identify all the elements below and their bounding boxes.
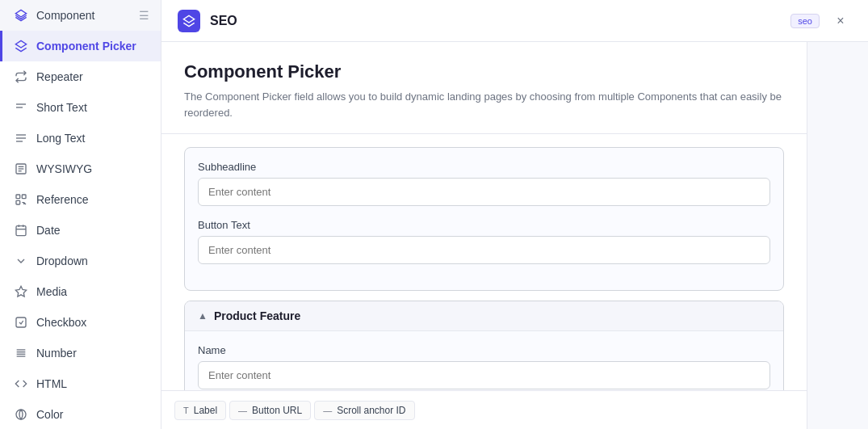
sidebar-action-icon: ☰	[139, 9, 149, 22]
field-group-name: Name	[198, 344, 770, 389]
svg-rect-19	[16, 318, 26, 327]
svg-marker-18	[15, 286, 26, 297]
sidebar-item-label: Long Text	[36, 132, 85, 145]
link-icon: —	[238, 406, 247, 415]
long-text-icon	[14, 131, 28, 145]
checkbox-icon	[14, 315, 28, 330]
sidebar-item-label: Date	[36, 224, 61, 237]
field-label-name: Name	[198, 344, 770, 356]
sidebar-item-label: Component Picker	[36, 40, 136, 53]
sidebar-item-date[interactable]: Date	[0, 215, 161, 246]
media-icon	[14, 284, 28, 299]
left-panel: Component Picker The Component Picker fi…	[161, 42, 807, 429]
sidebar-item-label: Dropdown	[36, 254, 88, 267]
layers-icon	[14, 8, 28, 23]
svg-rect-12	[22, 195, 26, 199]
bottom-tag-label[interactable]: T Label	[174, 401, 226, 420]
sidebar-item-label: WYSIWYG	[36, 162, 92, 175]
field-label-button-text: Button Text	[198, 219, 770, 231]
svg-rect-11	[16, 195, 20, 199]
sidebar-item-reference[interactable]: Reference	[0, 184, 161, 215]
component-card-subheadline: Subheadline Button Text	[184, 147, 784, 291]
sidebar-item-short-text[interactable]: Short Text	[0, 92, 161, 123]
date-icon	[14, 223, 28, 238]
bottom-tag-label-text: Label	[194, 405, 217, 416]
sidebar-item-label: Short Text	[36, 101, 87, 114]
right-panel	[807, 42, 868, 429]
sidebar-item-label: Repeater	[36, 70, 83, 83]
reference-icon	[14, 192, 28, 207]
svg-rect-13	[16, 200, 20, 204]
sidebar-item-dropdown[interactable]: Dropdown	[0, 246, 161, 276]
text-icon: T	[183, 406, 189, 415]
component-card-subheadline-body: Subheadline Button Text	[185, 148, 783, 290]
field-label-subheadline: Subheadline	[198, 161, 770, 173]
field-input-name[interactable]	[198, 361, 770, 389]
panel-body: Subheadline Button Text ▲ Product Featur…	[161, 134, 807, 390]
svg-marker-1	[15, 40, 26, 48]
sidebar-item-media[interactable]: Media	[0, 276, 161, 307]
repeat-icon	[14, 69, 28, 84]
component-card-title: Product Feature	[214, 309, 300, 322]
main-area: SEO seo × Component Picker The Component…	[161, 0, 868, 429]
panel-description: The Component Picker field allows you to…	[184, 89, 784, 120]
number-icon	[14, 346, 28, 360]
sidebar-item-number[interactable]: Number	[0, 338, 161, 368]
bottom-tag-scroll-anchor[interactable]: — Scroll anchor ID	[314, 401, 414, 420]
field-input-button-text[interactable]	[198, 236, 770, 264]
sidebar-item-label: Color	[36, 408, 63, 421]
sidebar-item-label: Component	[36, 9, 94, 22]
topbar-badge: seo	[790, 14, 820, 28]
bottom-bar: T Label — Button URL — Scroll anchor ID	[161, 390, 807, 429]
dropdown-icon	[14, 254, 28, 268]
sidebar-item-component-picker[interactable]: Component Picker	[0, 31, 161, 61]
sidebar-item-repeater[interactable]: Repeater	[0, 61, 161, 92]
field-group-button-text: Button Text	[198, 219, 770, 264]
content-area: Component Picker The Component Picker fi…	[161, 42, 868, 429]
bottom-tag-scroll-anchor-text: Scroll anchor ID	[337, 405, 405, 416]
topbar-icon	[178, 10, 200, 32]
layers-pick-icon	[14, 39, 28, 53]
bottom-tag-button-url[interactable]: — Button URL	[229, 401, 311, 420]
component-card-product-feature-header[interactable]: ▲ Product Feature	[185, 301, 783, 331]
svg-marker-25	[183, 15, 194, 23]
html-icon	[14, 376, 28, 391]
component-card-product-feature-body: Name Image	[185, 331, 783, 390]
topbar: SEO seo ×	[161, 0, 868, 42]
chevron-up-icon: ▲	[198, 310, 208, 322]
field-group-subheadline: Subheadline	[198, 161, 770, 206]
topbar-title: SEO	[210, 14, 781, 28]
panel-title: Component Picker	[184, 61, 784, 82]
sidebar-item-wysiwyg[interactable]: WYSIWYG	[0, 154, 161, 184]
panel-header: Component Picker The Component Picker fi…	[161, 42, 807, 134]
field-input-subheadline[interactable]	[198, 178, 770, 206]
bottom-tag-button-url-text: Button URL	[252, 405, 302, 416]
sidebar-item-long-text[interactable]: Long Text	[0, 123, 161, 154]
sidebar-item-checkbox[interactable]: Checkbox	[0, 307, 161, 338]
sidebar-item-html[interactable]: HTML	[0, 368, 161, 399]
sidebar-item-label: Media	[36, 285, 67, 298]
sidebar-item-label: Reference	[36, 193, 89, 206]
sidebar-item-label: Number	[36, 347, 77, 360]
sidebar-item-color[interactable]: Color	[0, 399, 161, 429]
sidebar-item-label: Checkbox	[36, 316, 86, 329]
wysiwyg-icon	[14, 162, 28, 176]
sidebar: Component ☰ Component Picker Repeater	[0, 0, 161, 429]
svg-point-24	[16, 410, 26, 419]
svg-rect-14	[16, 226, 26, 236]
sidebar-item-label: HTML	[36, 377, 67, 390]
sidebar-item-component[interactable]: Component ☰	[0, 0, 161, 31]
color-icon	[14, 407, 28, 422]
anchor-icon: —	[323, 406, 332, 415]
topbar-close-button[interactable]: ×	[829, 10, 852, 32]
component-card-product-feature: ▲ Product Feature Name	[184, 301, 784, 390]
short-text-icon	[14, 100, 28, 115]
